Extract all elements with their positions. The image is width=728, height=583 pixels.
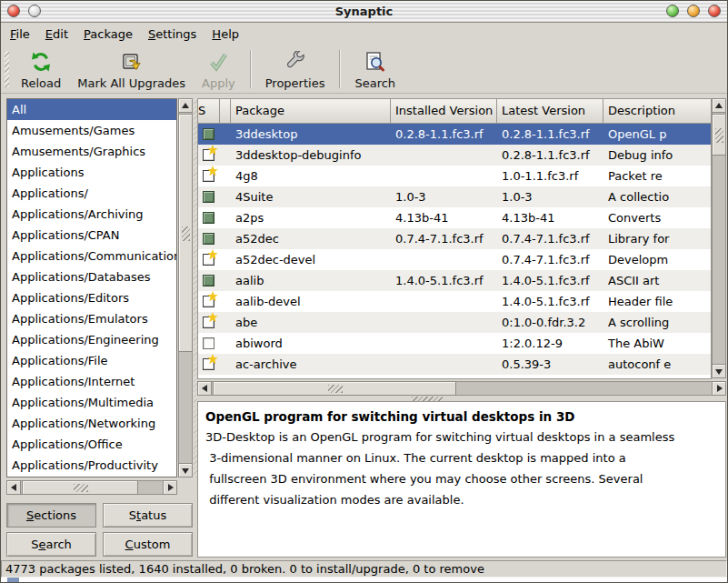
table-scroll-left-button[interactable]: [197, 381, 212, 396]
section-item[interactable]: Applications/Networking: [7, 413, 176, 434]
menu-package[interactable]: Package: [84, 27, 133, 41]
arrow-down-icon: [715, 369, 723, 375]
installed-version: [391, 312, 497, 333]
menu-file[interactable]: File: [10, 27, 30, 41]
section-item[interactable]: Applications/Engineering: [7, 329, 176, 350]
reload-button[interactable]: Reload: [13, 46, 69, 92]
details-line: different visualization modes are availa…: [205, 489, 718, 510]
section-item[interactable]: All: [7, 99, 176, 120]
table-row[interactable]: aalib 1.4.0-5.1.fc3.rf 1.4.0-5.1.fc3.rf …: [198, 270, 711, 291]
search-button[interactable]: Search: [346, 46, 404, 92]
table-row[interactable]: 4Suite 1.0-3 1.0-3 A collectio: [198, 186, 711, 207]
search-label: Search: [354, 76, 395, 90]
section-item[interactable]: Applications/CPAN: [7, 225, 176, 246]
menu-settings[interactable]: Settings: [148, 27, 196, 41]
table-scroll-up-button[interactable]: [712, 98, 726, 113]
search-icon: [364, 51, 387, 75]
section-item[interactable]: Applications/Emulators: [7, 308, 176, 329]
section-item[interactable]: Amusements/Games: [7, 120, 176, 141]
arrow-up-icon: [182, 103, 189, 108]
section-item[interactable]: Applications/Multimedia: [7, 392, 176, 413]
package-name: 3ddesktop-debuginfo: [231, 145, 391, 166]
sidebar-scroll-left-button[interactable]: [6, 480, 21, 495]
section-item[interactable]: Applications/File: [7, 350, 176, 371]
thumb-grip-icon: [74, 484, 88, 492]
package-name: 3ddesktop: [231, 124, 391, 145]
table-row[interactable]: aalib-devel 1.4.0-5.1.fc3.rf Header file: [198, 291, 711, 312]
package-status-icon: [203, 128, 214, 140]
table-row[interactable]: a2ps 4.13b-41 4.13b-41 Converts: [198, 207, 711, 228]
package-status-icon: [203, 337, 214, 349]
section-item[interactable]: Applications/: [7, 183, 176, 204]
sidebar-vscroll-thumb[interactable]: [178, 114, 193, 352]
window-control-orange-icon[interactable]: [687, 5, 700, 17]
section-item[interactable]: Applications/Archiving: [7, 204, 176, 225]
package-name: 4Suite: [231, 186, 391, 207]
package-description: Developm: [603, 249, 711, 270]
menu-edit[interactable]: Edit: [45, 27, 68, 41]
section-item[interactable]: Applications/Productivity: [7, 455, 176, 476]
table-scroll-down-button[interactable]: [712, 364, 726, 378]
table-row[interactable]: a52dec-devel 0.7.4-7.1.fc3.rf Developm: [198, 249, 711, 270]
package-description: Debug info: [603, 145, 711, 166]
section-item[interactable]: Applications/Editors: [7, 287, 176, 308]
column-header-package[interactable]: Package: [231, 99, 391, 123]
reload-label: Reload: [21, 76, 61, 90]
package-description: OpenGL p: [603, 124, 711, 145]
table-row[interactable]: a52dec 0.7.4-7.1.fc3.rf 0.7.4-7.1.fc3.rf…: [198, 228, 711, 249]
latest-version: 0.7.4-7.1.fc3.rf: [497, 249, 603, 270]
sidebar-scroll-right-button[interactable]: [163, 480, 177, 495]
table-hscroll-thumb[interactable]: [213, 381, 456, 396]
sections-list: All Amusements/Games Amusements/Graphics…: [6, 98, 177, 477]
package-name: a2ps: [231, 207, 391, 228]
table-row[interactable]: 4g8 1.0-1.1.fc3.rf Packet re: [198, 166, 711, 186]
latest-version: 0.2.8-1.1.fc3.rf: [497, 145, 603, 166]
table-row[interactable]: abe 0:1.0-0.fdr.3.2 A scrolling: [198, 312, 711, 333]
menu-help[interactable]: Help: [212, 27, 239, 41]
table-row[interactable]: ac-archive 0.5.39-3 autoconf e: [198, 354, 711, 375]
section-item[interactable]: Applications/Internet: [7, 371, 176, 392]
thumb-grip-icon: [328, 385, 343, 393]
apply-button[interactable]: Apply: [194, 46, 244, 92]
window-control-green-icon[interactable]: [666, 5, 679, 17]
arrow-up-icon: [715, 103, 723, 108]
column-header-installed-version[interactable]: Installed Version: [391, 99, 497, 123]
reload-icon: [29, 51, 53, 75]
table-row[interactable]: 3ddesktop 0.2.8-1.1.fc3.rf 0.2.8-1.1.fc3…: [198, 124, 711, 145]
latest-version: 1:2.0.12-9: [497, 333, 603, 354]
section-item[interactable]: Applications: [7, 162, 176, 183]
table-row[interactable]: 3ddesktop-debuginfo 0.2.8-1.1.fc3.rf Deb…: [198, 145, 711, 166]
properties-button[interactable]: Properties: [257, 46, 334, 92]
section-item[interactable]: Amusements/Graphics: [7, 141, 176, 162]
table-vscroll-thumb[interactable]: [712, 114, 726, 156]
section-item[interactable]: Applications/Databases: [7, 266, 176, 287]
column-header-status[interactable]: S: [198, 99, 220, 123]
package-description: Header file: [603, 291, 711, 312]
window-control-red-right-icon[interactable]: [708, 5, 721, 17]
section-item[interactable]: Applications/Office: [7, 434, 176, 455]
column-header-blank[interactable]: [220, 99, 231, 123]
status-view-button[interactable]: Status: [103, 503, 193, 528]
table-row[interactable]: abiword 1:2.0.12-9 The AbiW: [198, 333, 711, 354]
column-header-description[interactable]: Description: [603, 99, 711, 123]
arrow-right-icon: [168, 484, 174, 491]
package-status-icon: [203, 275, 214, 286]
sidebar-hscroll-thumb[interactable]: [22, 480, 138, 495]
thumb-grip-icon: [715, 128, 723, 143]
package-table-header: S Package Installed Version Latest Versi…: [197, 98, 712, 124]
progress-indicator: [7, 578, 19, 582]
custom-view-button[interactable]: Custom: [103, 532, 193, 557]
section-item[interactable]: Applications/Communications: [7, 246, 176, 266]
bottom-progress-strip: [1, 578, 727, 582]
latest-version: 1.4.0-5.1.fc3.rf: [497, 291, 603, 312]
sidebar-scroll-down-button[interactable]: [178, 463, 193, 477]
sidebar-scroll-up-button[interactable]: [178, 98, 193, 113]
sections-view-button[interactable]: Sections: [6, 503, 96, 528]
search-view-button[interactable]: Search: [6, 532, 96, 557]
mark-all-upgrades-button[interactable]: Mark All Upgrades: [69, 46, 194, 92]
column-header-latest-version[interactable]: Latest Version: [497, 99, 603, 123]
status-text: 4773 packages listed, 1640 installed, 0 …: [5, 562, 484, 576]
package-status-icon: [203, 296, 214, 307]
table-scroll-right-button[interactable]: [712, 381, 726, 396]
toolbar-drag-handle[interactable]: [5, 51, 9, 87]
